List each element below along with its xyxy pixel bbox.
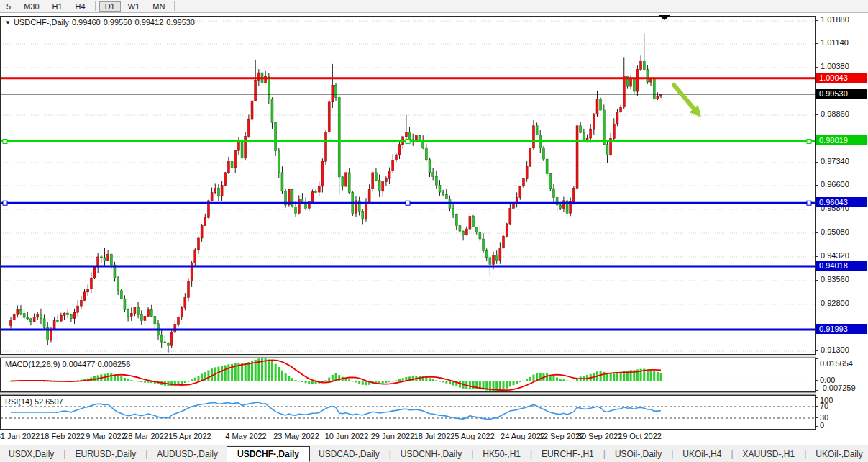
chart-tab-hk50-h1[interactable]: HK50-,H1 <box>474 447 529 461</box>
rsi-panel[interactable]: RSI(14) 52.6507 <box>0 395 816 430</box>
date-label: 29 Jun 2022 <box>371 432 415 440</box>
ohlc-high: 0.99550 <box>104 18 132 27</box>
line-handle[interactable] <box>406 201 410 205</box>
line-handle[interactable] <box>3 139 7 143</box>
line-handle[interactable] <box>3 201 7 205</box>
collapse-triangle-icon[interactable]: ▼ <box>5 19 11 26</box>
rsi-label: RSI(14) 52.6507 <box>5 397 63 406</box>
ohlc-close: 0.99530 <box>166 18 195 27</box>
trading-terminal-window: 5M30H1H4D1W1MN ▼USDCHF-,Daily0.994600.99… <box>0 0 868 462</box>
ohlc-open: 0.99460 <box>72 18 101 27</box>
chart-tab-usdcad-daily[interactable]: USDCAD-,Daily <box>310 447 388 461</box>
timeframe-button-MN[interactable]: MN <box>147 1 170 12</box>
line-handle[interactable] <box>807 201 811 205</box>
price-tick-label: 0.94320 <box>821 251 849 260</box>
price-tick-mark <box>816 280 818 281</box>
price-tick-label: 1.00380 <box>821 62 849 71</box>
price-tick-mark <box>816 256 818 257</box>
date-label: 18 Jul 2022 <box>414 432 455 440</box>
macd-signal-value: 0.006256 <box>97 360 130 368</box>
chart-tab-eurchf-h1[interactable]: EURCHF-,H1 <box>533 447 603 461</box>
price-tick-label: 0.91300 <box>821 345 849 354</box>
price-badge-0.98019: 0.98019 <box>816 135 867 145</box>
chart-tab-xauusd-h1[interactable]: XAUUSD-,H1 <box>734 447 804 461</box>
gridlines <box>1 21 815 351</box>
macd-panel[interactable]: MACD(12,26,9) 0.004477 0.006256 <box>0 358 816 392</box>
price-axis[interactable]: 1.018801.011401.003800.988600.973400.966… <box>816 16 868 430</box>
price-tick-mark <box>816 209 818 209</box>
timeframe-toolbar: 5M30H1H4D1W1MN <box>0 0 868 13</box>
price-tick-label: 1.01880 <box>821 15 849 24</box>
date-label: 15 Apr 2022 <box>168 432 211 440</box>
rsi-axis-label: 0 <box>820 421 824 430</box>
time-axis[interactable]: 31 Jan 202218 Feb 20229 Mar 202228 Mar 2… <box>0 430 816 444</box>
price-tick-mark <box>816 67 818 68</box>
chart-tab-usdchf-daily[interactable]: USDCHF-,Daily <box>227 446 310 462</box>
chart-tab-usdx-daily[interactable]: USDX,Daily <box>0 447 63 461</box>
line-handle[interactable] <box>406 139 410 143</box>
price-tick-mark <box>816 185 818 186</box>
chart-tab-ukoil-h4[interactable]: UKOil-,H4 <box>674 447 730 461</box>
horizontal-levels[interactable] <box>1 78 815 330</box>
date-label: 28 Mar 2022 <box>124 432 168 440</box>
price-tick-label: 0.92800 <box>821 299 849 307</box>
chart-tab-bar: USDX,Daily|EURUSD-,Daily|AUDUSD-,DailyUS… <box>0 445 868 462</box>
date-label: 18 Feb 2022 <box>40 432 85 440</box>
timeframe-button-M30[interactable]: M30 <box>18 1 45 12</box>
chart-title: ▼USDCHF-,Daily0.994600.995500.994120.995… <box>5 18 198 27</box>
price-tick-mark <box>816 350 818 351</box>
ohlc-low: 0.99412 <box>134 18 163 27</box>
price-tick-label: 0.98860 <box>821 109 849 118</box>
rsi-tick-mark <box>816 397 818 398</box>
candle-wicks <box>11 33 661 352</box>
date-label: 5 Aug 2022 <box>454 432 495 440</box>
date-label: 4 May 2022 <box>225 432 266 440</box>
date-label: 10 Jun 2022 <box>325 432 369 440</box>
timeframe-button-H1[interactable]: H1 <box>47 1 68 12</box>
date-label: 30 Sep 2022 <box>577 432 622 440</box>
chart-tab-audusd-daily[interactable]: AUDUSD-,Daily <box>148 447 227 461</box>
latest-bar-marker-icon <box>659 15 670 20</box>
price-tick-label: 0.93560 <box>821 275 849 284</box>
line-handle[interactable] <box>807 139 811 143</box>
date-label: 9 Mar 2022 <box>86 432 126 440</box>
chart-tab-usdcnh-daily[interactable]: USDCNH-,Daily <box>392 447 470 461</box>
chart-tab-ukoil-daily[interactable]: UKOil-,Daily <box>807 447 868 461</box>
price-tick-label: 0.97340 <box>821 157 849 166</box>
macd-axis-label: -0.007259 <box>820 384 856 392</box>
price-badge-0.99530: 0.99530 <box>816 89 867 99</box>
price-tick-label: 0.95080 <box>821 227 849 236</box>
date-label: 31 Jan 2022 <box>0 432 40 440</box>
chart-tab-eurusd-daily[interactable]: EURUSD-,Daily <box>66 447 145 461</box>
macd-tick-mark <box>816 390 818 391</box>
price-tick-mark <box>816 232 818 233</box>
rsi-axis-label: 70 <box>820 402 828 410</box>
price-tick-mark <box>816 20 818 21</box>
rsi-value: 52.6507 <box>35 397 63 406</box>
sell-arrow-icon[interactable] <box>674 85 701 117</box>
price-tick-mark <box>816 114 818 115</box>
rsi-line <box>11 402 661 420</box>
date-label: 23 May 2022 <box>273 432 319 440</box>
price-badge-1.00043: 1.00043 <box>816 73 867 83</box>
rsi-tick-mark <box>816 417 818 418</box>
chart-tab-usoil-daily[interactable]: USOil-,Daily <box>606 447 670 461</box>
candlestick-chart[interactable] <box>1 17 815 354</box>
symbol-timeframe-label: USDCHF-,Daily <box>14 18 69 27</box>
timeframe-button-W1[interactable]: W1 <box>122 1 146 12</box>
price-tick-label: 0.96600 <box>821 180 849 189</box>
macd-tick-mark <box>816 358 818 359</box>
toolbar-separator <box>95 1 96 11</box>
timeframe-button-D1[interactable]: D1 <box>99 1 121 12</box>
date-label: 19 Oct 2022 <box>618 432 662 440</box>
price-badge-0.96043: 0.96043 <box>816 197 867 207</box>
price-tick-mark <box>816 304 818 304</box>
price-badge-0.94018: 0.94018 <box>816 261 867 271</box>
macd-label: MACD(12,26,9) 0.004477 0.006256 <box>5 360 130 368</box>
price-tick-label: 1.01140 <box>821 38 849 47</box>
rsi-tick-mark <box>816 406 818 407</box>
macd-tick-mark <box>816 380 818 381</box>
timeframe-button-H4[interactable]: H4 <box>70 1 91 12</box>
timeframe-button-5[interactable]: 5 <box>1 1 17 12</box>
price-chart-panel[interactable]: ▼USDCHF-,Daily0.994600.995500.994120.995… <box>0 16 816 355</box>
